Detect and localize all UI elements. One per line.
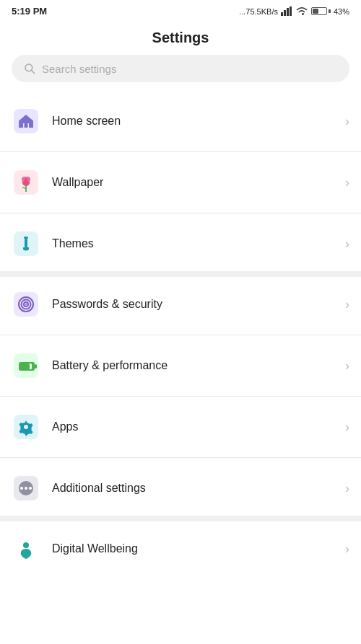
svg-rect-12: [25, 239, 27, 247]
additional-settings-icon: [12, 474, 40, 503]
divider-5: [0, 457, 361, 458]
page-title: Settings: [0, 19, 361, 55]
battery-icon: [311, 7, 331, 15]
battery-performance-label: Battery & performance: [52, 359, 345, 372]
settings-item-apps[interactable]: Apps ›: [0, 400, 361, 454]
apps-label: Apps: [52, 420, 345, 433]
settings-item-battery-performance[interactable]: Battery & performance ›: [0, 338, 361, 393]
battery-performance-chevron: ›: [345, 358, 349, 374]
svg-point-28: [25, 487, 27, 490]
search-icon: [23, 62, 36, 75]
battery-performance-icon: [12, 351, 40, 380]
battery-percent: 43%: [334, 7, 349, 16]
svg-line-5: [32, 71, 35, 74]
wifi-icon: [295, 6, 308, 16]
status-indicators: ...75.5KB/s 43%: [239, 6, 349, 16]
svg-rect-7: [25, 123, 28, 128]
settings-item-digital-wellbeing[interactable]: Digital Wellbeing ›: [0, 521, 361, 576]
svg-rect-20: [35, 364, 37, 369]
apps-icon: [12, 413, 40, 441]
svg-point-24: [24, 425, 28, 429]
home-screen-label: Home screen: [52, 115, 345, 128]
wallpaper-chevron: ›: [345, 175, 349, 190]
search-placeholder: Search settings: [42, 63, 116, 75]
wallpaper-icon: [12, 168, 40, 197]
themes-chevron: ›: [345, 237, 349, 252]
passwords-security-chevron: ›: [345, 297, 349, 312]
section-gap-1: [0, 271, 361, 277]
svg-rect-11: [24, 237, 28, 239]
svg-rect-0: [281, 12, 283, 16]
divider-3: [0, 335, 361, 335]
svg-point-29: [29, 487, 32, 490]
wallpaper-label: Wallpaper: [52, 176, 345, 189]
divider-4: [0, 396, 361, 397]
settings-item-home-screen[interactable]: Home screen ›: [0, 94, 361, 149]
status-time: 5:19 PM: [12, 6, 47, 17]
section-gap-2: [0, 516, 361, 521]
settings-item-additional-settings[interactable]: Additional settings ›: [0, 461, 361, 516]
themes-icon: [12, 229, 40, 258]
digital-wellbeing-chevron: ›: [345, 542, 349, 557]
status-bar: 5:19 PM ...75.5KB/s 43%: [0, 0, 361, 19]
digital-wellbeing-label: Digital Wellbeing: [52, 542, 345, 555]
network-speed: ...75.5KB/s: [239, 7, 278, 16]
svg-point-27: [20, 487, 23, 490]
additional-settings-chevron: ›: [345, 481, 349, 496]
svg-point-17: [25, 304, 27, 305]
settings-item-wallpaper[interactable]: Wallpaper ›: [0, 155, 361, 210]
svg-rect-3: [290, 6, 292, 16]
svg-point-30: [23, 542, 29, 548]
divider-2: [0, 213, 361, 213]
additional-settings-label: Additional settings: [52, 482, 345, 495]
apps-chevron: ›: [345, 420, 349, 435]
divider-1: [0, 151, 361, 152]
settings-item-themes[interactable]: Themes ›: [0, 216, 361, 271]
svg-rect-22: [20, 363, 30, 369]
passwords-security-icon: [12, 290, 40, 319]
digital-wellbeing-icon: [12, 534, 40, 563]
home-screen-icon: [12, 107, 40, 136]
themes-label: Themes: [52, 237, 345, 250]
signal-icon: [281, 6, 292, 16]
svg-rect-2: [287, 8, 289, 16]
svg-rect-1: [284, 10, 286, 16]
passwords-security-label: Passwords & security: [52, 298, 345, 311]
search-bar[interactable]: Search settings: [12, 55, 349, 82]
home-screen-chevron: ›: [345, 114, 349, 129]
settings-item-passwords-security[interactable]: Passwords & security ›: [0, 277, 361, 332]
